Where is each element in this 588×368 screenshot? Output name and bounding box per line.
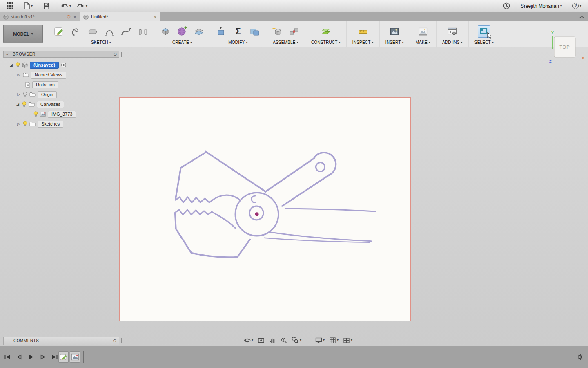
slot-button[interactable] [87, 25, 99, 38]
go-to-start-button[interactable] [3, 353, 11, 361]
orbit-button[interactable]: ▾ [243, 337, 254, 344]
visibility-bulb-icon[interactable] [16, 62, 20, 68]
zoom-window-button[interactable]: ▾ [292, 337, 302, 344]
attached-canvas-button[interactable] [388, 25, 401, 38]
measure-button[interactable] [357, 25, 369, 38]
tree-item-sketches[interactable]: Sketches [38, 121, 63, 128]
tab-standoff-v1[interactable]: standoff v1* × [0, 12, 80, 21]
expander-open-icon[interactable]: ◢ [16, 102, 20, 106]
circle-minus-icon[interactable]: ⊖ [111, 338, 119, 343]
undo-button[interactable]: ▾ [59, 2, 73, 10]
tree-row-sketches[interactable]: ▷ Sketches [3, 119, 76, 129]
tree-row-img-3773[interactable]: IMG_3773 [3, 109, 76, 119]
select-tool-button[interactable] [478, 25, 490, 38]
tree-row-units[interactable]: Units: cm [3, 80, 76, 90]
group-dropdown-inspect[interactable]: INSPECT ▾ [352, 40, 374, 45]
mouse-cursor-icon [487, 32, 492, 39]
create-sketch-button[interactable] [53, 25, 65, 38]
expander-closed-icon[interactable]: ▷ [16, 73, 21, 77]
group-dropdown-assemble[interactable]: ASSEMBLE ▾ [272, 40, 299, 45]
tree-item-named-views[interactable]: Named Views [31, 72, 66, 79]
group-dropdown-create[interactable]: CREATE ▾ [172, 40, 193, 45]
play-button[interactable] [27, 353, 35, 361]
tree-row-root[interactable]: ◢ (Unsaved) [3, 60, 76, 70]
3d-print-button[interactable] [417, 25, 429, 38]
zoom-button[interactable] [280, 337, 288, 344]
new-component-button[interactable] [271, 25, 283, 38]
parameters-button[interactable]: Σ [232, 25, 244, 38]
expander-closed-icon[interactable]: ▷ [16, 122, 21, 126]
look-at-button[interactable] [257, 337, 265, 344]
group-dropdown-addins[interactable]: ADD-INS ▾ [441, 40, 463, 45]
timeline-playhead[interactable] [83, 351, 84, 363]
app-grid-button[interactable] [5, 2, 15, 10]
collapse-browser-icon[interactable]: « [4, 52, 11, 56]
group-dropdown-make[interactable]: MAKE ▾ [415, 40, 431, 45]
save-button[interactable] [42, 2, 51, 10]
tree-item-origin[interactable]: Origin [38, 91, 57, 98]
visibility-bulb-icon[interactable] [23, 92, 27, 97]
joint-icon [289, 26, 299, 37]
visibility-bulb-icon[interactable] [33, 111, 38, 117]
timeline-settings-button[interactable] [577, 353, 584, 362]
spline-button[interactable] [120, 25, 132, 38]
collapse-toolbar-button[interactable] [575, 12, 588, 21]
timeline-item-sketch[interactable] [58, 351, 69, 363]
press-pull-button[interactable] [215, 25, 227, 38]
tree-item-img-3773[interactable]: IMG_3773 [48, 111, 76, 118]
step-forward-button[interactable] [39, 353, 47, 361]
visibility-bulb-icon[interactable] [23, 121, 27, 127]
arc-button[interactable] [103, 25, 116, 38]
pan-button[interactable] [269, 337, 276, 344]
tree-row-canvases[interactable]: ◢ Canvases [3, 99, 76, 109]
group-dropdown-insert[interactable]: INSERT ▾ [385, 40, 405, 45]
combine-button[interactable] [249, 25, 261, 38]
circle-minus-icon[interactable]: ⊖ [111, 52, 119, 57]
tree-row-named-views[interactable]: ▷ Named Views [3, 70, 76, 80]
tree-item-units[interactable]: Units: cm [32, 81, 58, 88]
tree-row-origin[interactable]: ▷ Origin [3, 90, 76, 99]
group-dropdown-modify[interactable]: MODIFY ▾ [227, 40, 248, 45]
comments-panel-header[interactable]: COMMENTS ⊖ [3, 337, 119, 345]
browser-scrollbar[interactable] [121, 52, 122, 57]
tree-item-canvases[interactable]: Canvases [37, 101, 64, 108]
close-icon[interactable]: × [154, 14, 157, 20]
tab-untitled[interactable]: Untitled* × [80, 12, 160, 21]
expander-closed-icon[interactable]: ▷ [16, 92, 21, 96]
grid-layout-button[interactable]: ▾ [329, 337, 339, 344]
group-dropdown-select[interactable]: SELECT ▾ [474, 40, 494, 45]
design-viewport[interactable]: « BROWSER ⊖ ◢ (Unsaved) ▷ Named Views [0, 47, 588, 346]
viewcube[interactable]: TOP Y X Z [548, 30, 585, 65]
comments-scrollbar[interactable] [121, 338, 122, 343]
scripts-addins-button[interactable] [446, 25, 459, 38]
step-back-button[interactable] [15, 353, 23, 361]
mirror-button[interactable] [137, 25, 149, 38]
display-settings-button[interactable]: ▾ [315, 337, 325, 344]
tree-item-unsaved[interactable]: (Unsaved) [30, 62, 59, 69]
user-menu-button[interactable]: Sreejith Mohanan ▾ [519, 2, 564, 10]
canvas-image-img-3773[interactable] [119, 97, 411, 321]
sketch-origin-dot[interactable] [255, 212, 258, 216]
help-menu-button[interactable]: ? ▾ [571, 2, 583, 10]
timeline-item-canvas[interactable] [70, 351, 80, 363]
activate-radio-icon[interactable] [61, 62, 67, 68]
pattern-button[interactable] [193, 25, 205, 38]
file-menu-button[interactable]: ▾ [22, 2, 34, 10]
group-dropdown-sketch[interactable]: SKETCH ▾ [90, 40, 112, 45]
create-form-button[interactable] [176, 25, 188, 38]
redo-button[interactable]: ▾ [75, 2, 89, 10]
workspace-selector[interactable]: MODEL ▾ [3, 25, 43, 43]
extrude-button[interactable] [159, 25, 172, 38]
visibility-bulb-icon[interactable] [22, 101, 27, 107]
expander-open-icon[interactable]: ◢ [9, 63, 13, 67]
close-icon[interactable]: × [73, 14, 76, 20]
group-dropdown-construct[interactable]: CONSTRUCT ▾ [310, 40, 341, 45]
sketch-head-topright [206, 152, 265, 191]
caret-down-icon: ▾ [246, 41, 247, 44]
go-to-end-button[interactable] [51, 353, 59, 361]
viewports-button[interactable]: ▾ [343, 337, 353, 344]
version-history-button[interactable] [501, 2, 512, 10]
construction-plane-button[interactable] [320, 25, 332, 38]
joint-button[interactable] [288, 25, 300, 38]
project-include-button[interactable] [70, 25, 82, 38]
